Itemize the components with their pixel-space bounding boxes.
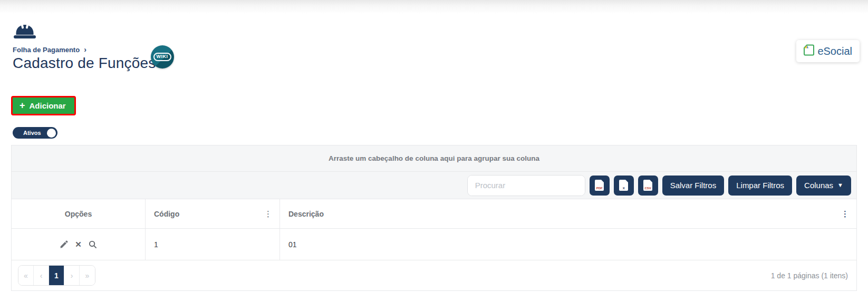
table-row: ✕ 1 01 <box>12 229 856 260</box>
prev-page-button[interactable]: ‹ <box>34 266 49 285</box>
esocial-document-icon <box>803 44 815 59</box>
grid-header-row: Opções Código ⋮ Descrição ⋮ <box>12 199 856 229</box>
esocial-logo: eSocial <box>796 40 860 62</box>
last-page-button[interactable]: » <box>80 266 95 285</box>
clear-filters-label: Limpar Filtros <box>736 181 784 190</box>
column-header-descricao[interactable]: Descrição ⋮ <box>280 199 856 228</box>
edit-pencil-icon[interactable] <box>60 240 68 249</box>
columns-dropdown-button[interactable]: Colunas ▼ <box>796 176 851 196</box>
delete-x-icon[interactable]: ✕ <box>75 240 82 249</box>
plus-icon: + <box>20 101 25 110</box>
grid-toolbar: PDF X CSV Salvar Filtros Limpar Filtros … <box>12 172 856 199</box>
group-by-drop-zone[interactable]: Arraste um cabeçalho de coluna aqui para… <box>12 145 856 172</box>
excel-file-icon: X <box>619 180 628 191</box>
clear-filters-button[interactable]: Limpar Filtros <box>728 176 792 196</box>
hard-hat-icon <box>13 32 37 41</box>
view-search-icon[interactable] <box>89 240 97 249</box>
top-gradient-bar <box>0 0 868 14</box>
add-button-label: Adicionar <box>30 101 66 110</box>
column-header-opcoes[interactable]: Opções <box>12 199 146 228</box>
pdf-file-icon: PDF <box>595 180 604 191</box>
search-input[interactable] <box>468 176 585 196</box>
row-actions-cell: ✕ <box>12 229 146 260</box>
pagination: « ‹ 1 › » <box>18 265 95 286</box>
descricao-column-menu-icon[interactable]: ⋮ <box>841 210 849 218</box>
descricao-cell: 01 <box>280 229 856 260</box>
data-grid: Arraste um cabeçalho de coluna aqui para… <box>11 145 857 291</box>
export-pdf-button[interactable]: PDF <box>590 176 610 196</box>
csv-file-icon: CSV <box>643 180 652 191</box>
ativos-toggle-label: Ativos <box>23 130 41 136</box>
page-header: Folha de Pagamento › Cadastro de Funções… <box>0 14 868 78</box>
chevron-down-icon: ▼ <box>837 182 843 188</box>
toggle-knob <box>47 129 56 138</box>
page-1-button[interactable]: 1 <box>49 266 64 285</box>
wiki-badge-label: WIKI <box>153 53 171 61</box>
codigo-cell: 1 <box>146 229 280 260</box>
export-csv-button[interactable]: CSV <box>638 176 658 196</box>
save-filters-label: Salvar Filtros <box>670 181 717 190</box>
ativos-toggle[interactable]: Ativos <box>13 127 57 139</box>
esocial-label: eSocial <box>817 45 852 57</box>
group-by-hint-text: Arraste um cabeçalho de coluna aqui para… <box>329 154 539 162</box>
search-box <box>467 175 585 196</box>
first-page-button[interactable]: « <box>18 266 34 285</box>
columns-label: Colunas <box>804 181 833 190</box>
save-filters-button[interactable]: Salvar Filtros <box>662 176 725 196</box>
add-button[interactable]: + Adicionar <box>11 96 76 115</box>
wiki-badge[interactable]: WIKI <box>151 45 174 69</box>
page-title: Cadastro de Funções <box>13 55 156 72</box>
chevron-right-icon: › <box>84 45 86 54</box>
grid-footer: « ‹ 1 › » 1 de 1 páginas (1 itens) <box>12 260 856 290</box>
next-page-button[interactable]: › <box>64 266 80 285</box>
export-excel-button[interactable]: X <box>614 176 634 196</box>
breadcrumb: Folha de Pagamento › <box>13 45 857 54</box>
breadcrumb-item-folha-de-pagamento[interactable]: Folha de Pagamento <box>13 46 80 54</box>
page-info-text: 1 de 1 páginas (1 itens) <box>771 271 848 280</box>
codigo-column-menu-icon[interactable]: ⋮ <box>264 210 272 218</box>
column-header-codigo[interactable]: Código ⋮ <box>146 199 280 228</box>
